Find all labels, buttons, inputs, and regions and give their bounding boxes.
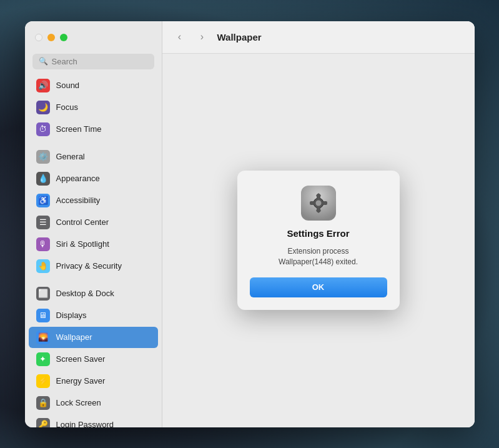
screen-saver-label: Screen Saver — [56, 354, 106, 364]
back-button[interactable]: ‹ — [172, 29, 187, 44]
minimize-button[interactable] — [47, 34, 55, 41]
general-icon: ⚙️ — [36, 150, 50, 164]
accessibility-label: Accessibility — [56, 196, 101, 205]
sidebar-item-appearance[interactable]: 💧Appearance — [29, 168, 158, 189]
maximize-button[interactable] — [60, 34, 67, 41]
sidebar-item-privacy-security[interactable]: 🤚Privacy & Security — [29, 256, 158, 277]
appearance-label: Appearance — [56, 174, 100, 183]
forward-button[interactable]: › — [195, 29, 210, 44]
displays-icon: 🖥 — [36, 309, 50, 322]
dialog-title: Settings Error — [287, 228, 349, 239]
wallpaper-label: Wallpaper — [56, 332, 92, 342]
search-input[interactable] — [52, 57, 148, 66]
sidebar: 🔍 🔊Sound🌙Focus⏱Screen Time⚙️General💧Appe… — [25, 21, 162, 427]
energy-saver-icon: ⚡ — [36, 374, 50, 388]
focus-label: Focus — [56, 102, 78, 112]
sidebar-scroll: 🔊Sound🌙Focus⏱Screen Time⚙️General💧Appear… — [25, 74, 162, 427]
search-bar[interactable]: 🔍 — [32, 54, 154, 69]
sidebar-item-lock-screen[interactable]: 🔒Lock Screen — [29, 392, 158, 414]
sidebar-item-energy-saver[interactable]: ⚡Energy Saver — [29, 371, 158, 392]
sidebar-item-siri-spotlight[interactable]: 🎙Siri & Spotlight — [29, 234, 158, 255]
svg-rect-6 — [323, 201, 327, 205]
dialog-message: Extension processWallpaper(1448) exited. — [279, 246, 358, 267]
sound-icon: 🔊 — [36, 79, 50, 92]
siri-spotlight-label: Siri & Spotlight — [56, 239, 109, 249]
appearance-icon: 💧 — [36, 172, 50, 186]
sidebar-item-screen-saver[interactable]: ✦Screen Saver — [29, 349, 158, 370]
energy-saver-label: Energy Saver — [56, 376, 106, 386]
focus-icon: 🌙 — [36, 101, 50, 114]
sidebar-item-displays[interactable]: 🖥Displays — [29, 305, 158, 326]
privacy-security-label: Privacy & Security — [56, 261, 122, 271]
control-center-label: Control Center — [56, 217, 109, 227]
sidebar-item-focus[interactable]: 🌙Focus — [29, 97, 158, 118]
svg-point-2 — [315, 201, 321, 206]
accessibility-icon: ♿ — [36, 194, 50, 207]
sidebar-item-login-password[interactable]: 🔑Login Password — [29, 414, 158, 427]
search-icon: 🔍 — [39, 57, 48, 66]
sidebar-item-screen-time[interactable]: ⏱Screen Time — [29, 119, 158, 140]
sidebar-item-accessibility[interactable]: ♿Accessibility — [29, 190, 158, 211]
control-center-icon: ☰ — [36, 216, 50, 229]
sidebar-item-control-center[interactable]: ☰Control Center — [29, 212, 158, 233]
screen-saver-icon: ✦ — [36, 352, 50, 366]
privacy-security-icon: 🤚 — [36, 259, 50, 273]
desktop-dock-label: Desktop & Dock — [56, 289, 114, 298]
login-password-icon: 🔑 — [36, 418, 50, 427]
sound-label: Sound — [56, 81, 80, 90]
lock-screen-label: Lock Screen — [56, 398, 101, 407]
screen-time-icon: ⏱ — [36, 122, 50, 136]
main-header: ‹ › Wallpaper — [162, 21, 475, 54]
main-window: 🔍 🔊Sound🌙Focus⏱Screen Time⚙️General💧Appe… — [25, 21, 475, 427]
login-password-label: Login Password — [56, 420, 114, 427]
settings-app-icon — [301, 186, 336, 221]
title-bar — [25, 21, 162, 54]
sidebar-item-sound[interactable]: 🔊Sound — [29, 75, 158, 96]
main-content: ‹ › Wallpaper — [162, 21, 475, 427]
desktop-dock-icon: ⬜ — [36, 287, 50, 301]
page-title: Wallpaper — [217, 32, 262, 42]
ok-button[interactable]: OK — [250, 277, 387, 297]
svg-rect-5 — [310, 201, 314, 205]
lock-screen-icon: 🔒 — [36, 396, 50, 410]
screen-time-label: Screen Time — [56, 124, 102, 134]
siri-spotlight-icon: 🎙 — [36, 237, 50, 251]
sidebar-item-wallpaper[interactable]: 🌄Wallpaper — [29, 327, 158, 348]
close-button[interactable] — [35, 34, 42, 41]
wallpaper-icon: 🌄 — [36, 331, 50, 344]
sidebar-item-desktop-dock[interactable]: ⬜Desktop & Dock — [29, 283, 158, 304]
sidebar-item-general[interactable]: ⚙️General — [29, 146, 158, 167]
main-body: Settings Error Extension processWallpape… — [162, 54, 475, 427]
settings-error-dialog: Settings Error Extension processWallpape… — [237, 171, 400, 310]
dialog-overlay: Settings Error Extension processWallpape… — [162, 54, 475, 427]
general-label: General — [56, 152, 85, 161]
displays-label: Displays — [56, 311, 87, 320]
